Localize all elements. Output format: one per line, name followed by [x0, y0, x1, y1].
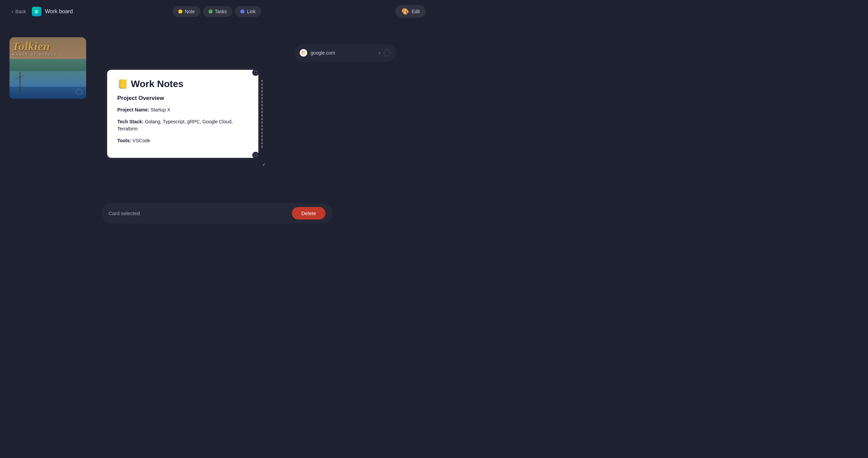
card-handle — [76, 89, 82, 95]
corner-dot-bottom-inner — [254, 153, 257, 157]
notes-title-text: Work Notes — [131, 79, 183, 89]
notes-title: 📒 Work Notes — [117, 79, 248, 89]
board-title: Work board — [45, 8, 73, 15]
google-url: google.com — [311, 50, 375, 56]
svg-rect-3 — [35, 13, 38, 13]
top-right-handle — [252, 69, 259, 76]
google-link-card[interactable]: G google.com › — [294, 44, 396, 62]
note-button[interactable]: Note — [173, 6, 200, 17]
board-icon — [32, 7, 41, 16]
card-selected-status: Card selected — [108, 210, 140, 216]
corner-dot — [254, 71, 257, 74]
link-button[interactable]: Link — [235, 6, 261, 17]
svg-rect-2 — [35, 12, 37, 12]
notes-field-tech-stack: Tech Stack: Golang, Typescript, gRPC, Go… — [117, 118, 248, 132]
google-logo: G — [300, 49, 307, 57]
notes-field-project-name: Project Name: Startup X — [117, 106, 248, 113]
dotted-border — [262, 80, 262, 148]
edit-button[interactable]: 🎨 Edit — [395, 5, 426, 18]
chevron-right-icon: › — [379, 50, 380, 56]
tree-decoration — [20, 72, 20, 92]
field-value-tools: VSCode — [133, 138, 150, 143]
field-label-tools: Tools: — [117, 138, 131, 143]
note-label: Note — [185, 9, 195, 14]
right-toolbar: 🎨 Edit — [395, 5, 426, 18]
tasks-icon — [209, 9, 213, 14]
google-g-letter: G — [302, 50, 305, 56]
work-notes-card[interactable]: 📒 Work Notes Project Overview Project Na… — [105, 68, 260, 160]
canvas[interactable]: Tolkien MAKER OF MIDDLE G google.com › — [0, 23, 434, 229]
bottom-right-handle — [252, 152, 259, 159]
notes-card-content: 📒 Work Notes Project Overview Project Na… — [106, 69, 259, 159]
tolkien-title-text: Tolkien MAKER OF MIDDLE — [12, 40, 83, 56]
paint-icon: 🎨 — [401, 8, 409, 15]
center-toolbar: Note Tasks Link — [173, 6, 261, 17]
svg-rect-1 — [35, 11, 38, 11]
link-handle — [384, 49, 391, 56]
notes-emoji: 📒 — [117, 79, 128, 89]
field-label-project: Project Name: — [117, 107, 149, 112]
header: ‹ Back Work board Note Tasks Link — [0, 0, 434, 23]
delete-button[interactable]: Delete — [292, 207, 326, 220]
link-icon — [240, 9, 244, 14]
field-label-tech: Tech Stack: — [117, 119, 144, 124]
tolkien-image: Tolkien MAKER OF MIDDLE — [9, 37, 86, 99]
tasks-label: Tasks — [215, 9, 227, 14]
edit-label: Edit — [412, 9, 420, 14]
resize-handle[interactable]: ↙ — [262, 162, 267, 167]
link-label: Link — [247, 9, 256, 14]
notes-section-title: Project Overview — [117, 95, 248, 102]
bottom-bar: Card selected Delete — [102, 203, 332, 224]
board-title-area: Work board — [32, 7, 73, 16]
tolkien-image-card[interactable]: Tolkien MAKER OF MIDDLE — [9, 37, 86, 99]
field-value-project: Startup X — [151, 107, 170, 112]
back-label: Back — [15, 9, 26, 14]
back-button[interactable]: ‹ Back — [8, 6, 29, 17]
notes-field-tools: Tools: VSCode — [117, 137, 248, 144]
note-icon — [178, 9, 182, 14]
tasks-button[interactable]: Tasks — [203, 6, 233, 17]
notes-card-background: 📒 Work Notes Project Overview Project Na… — [105, 68, 260, 160]
chevron-left-icon: ‹ — [12, 8, 13, 15]
